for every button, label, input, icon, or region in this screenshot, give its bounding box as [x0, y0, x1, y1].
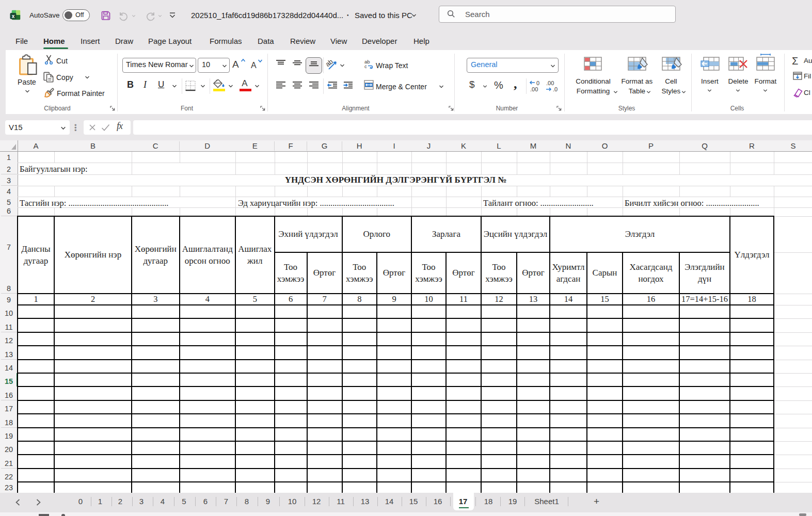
svg-text:c: c	[364, 63, 367, 69]
svg-text:.0: .0	[553, 86, 558, 92]
svg-text:x: x	[12, 13, 15, 19]
svg-text:.00: .00	[530, 86, 538, 92]
svg-text:0: 0	[536, 80, 539, 86]
svg-text:.00: .00	[546, 80, 554, 86]
